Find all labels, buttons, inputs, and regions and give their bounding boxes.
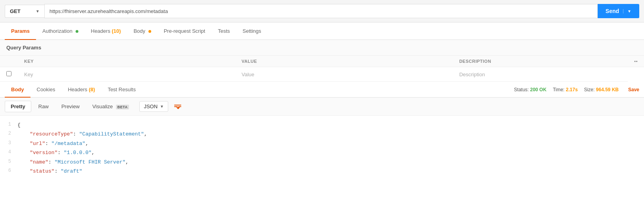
description-cell[interactable]: Description bbox=[453, 67, 628, 82]
line-num-2: 2 bbox=[3, 130, 17, 138]
tab-test-results[interactable]: Test Results bbox=[101, 82, 142, 97]
response-headers-count: (8) bbox=[89, 87, 95, 92]
status-label: Status: 200 OK bbox=[514, 87, 547, 92]
url-input[interactable] bbox=[44, 4, 598, 18]
json-line-3: 3 "url": "/metadata", bbox=[0, 139, 644, 148]
table-row: Key Value Description bbox=[0, 67, 644, 82]
tab-cookies[interactable]: Cookies bbox=[30, 82, 62, 97]
line-num-1: 1 bbox=[3, 120, 17, 129]
send-button[interactable]: Send ▼ bbox=[598, 4, 639, 18]
tab-response-body[interactable]: Body bbox=[5, 82, 30, 97]
size-label: Size: 964.59 KB bbox=[584, 87, 619, 92]
wrap-icon[interactable] bbox=[174, 102, 182, 111]
tab-prerequest[interactable]: Pre-request Script bbox=[158, 23, 212, 40]
json-line-2: 2 "resourceType": "CapabilityStatement", bbox=[0, 130, 644, 139]
format-bar: Pretty Raw Preview Visualize BETA JSON ▼ bbox=[0, 98, 644, 116]
json-content-area: 1 { 2 "resourceType": "CapabilityStateme… bbox=[0, 116, 644, 181]
tab-settings[interactable]: Settings bbox=[236, 23, 268, 40]
status-value: 200 OK bbox=[530, 87, 546, 92]
time-label: Time: 2.17s bbox=[553, 87, 578, 92]
tab-params[interactable]: Params bbox=[5, 23, 36, 40]
response-tabs-bar: Body Cookies Headers (8) Test Results St… bbox=[0, 82, 644, 98]
col-more: •• bbox=[628, 56, 644, 67]
value-cell[interactable]: Value bbox=[235, 67, 453, 82]
method-chevron-icon: ▼ bbox=[36, 9, 40, 13]
line-num-4: 4 bbox=[3, 148, 17, 157]
format-pretty-button[interactable]: Pretty bbox=[5, 101, 31, 112]
col-key: KEY bbox=[18, 56, 235, 67]
tab-body[interactable]: Body bbox=[127, 23, 157, 40]
body-dot bbox=[148, 30, 151, 33]
beta-badge: BETA bbox=[116, 105, 129, 109]
json-line-4: 4 "version": "1.0.0.0", bbox=[0, 148, 644, 157]
format-visualize-button[interactable]: Visualize BETA bbox=[87, 101, 135, 112]
params-table: KEY VALUE DESCRIPTION •• Key Value Descr… bbox=[0, 56, 644, 82]
line-num-6: 6 bbox=[3, 167, 17, 175]
query-params-header: Query Params bbox=[0, 40, 644, 56]
json-line-5: 5 "name": "Microsoft FHIR Server", bbox=[0, 158, 644, 167]
send-chevron-icon: ▼ bbox=[623, 9, 631, 13]
col-checkbox bbox=[0, 56, 18, 67]
send-label: Send bbox=[606, 8, 619, 14]
tab-response-headers[interactable]: Headers (8) bbox=[61, 82, 101, 97]
row-checkbox[interactable] bbox=[6, 71, 11, 76]
json-select-chevron-icon: ▼ bbox=[160, 104, 164, 109]
headers-count: (10) bbox=[112, 28, 121, 34]
authorization-dot bbox=[76, 30, 78, 33]
key-cell[interactable]: Key bbox=[18, 67, 235, 82]
json-line-1: 1 { bbox=[0, 120, 644, 130]
tab-headers[interactable]: Headers (10) bbox=[85, 23, 127, 40]
request-tabs: Params Authorization Headers (10) Body P… bbox=[0, 23, 644, 40]
save-button[interactable]: Save bbox=[628, 87, 639, 92]
row-checkbox-cell[interactable] bbox=[0, 67, 18, 82]
method-label: GET bbox=[10, 8, 21, 14]
json-format-select[interactable]: JSON ▼ bbox=[139, 101, 168, 112]
size-value: 964.59 KB bbox=[596, 87, 619, 92]
response-status: Status: 200 OK Time: 2.17s Size: 964.59 … bbox=[514, 87, 639, 92]
format-preview-button[interactable]: Preview bbox=[56, 101, 85, 112]
time-value: 2.17s bbox=[566, 87, 578, 92]
col-value: VALUE bbox=[235, 56, 453, 67]
col-description: DESCRIPTION bbox=[453, 56, 628, 67]
format-raw-button[interactable]: Raw bbox=[33, 101, 54, 112]
method-select[interactable]: GET ▼ bbox=[5, 5, 44, 18]
tab-tests[interactable]: Tests bbox=[211, 23, 236, 40]
tab-authorization[interactable]: Authorization bbox=[36, 23, 85, 40]
url-bar: GET ▼ Send ▼ bbox=[0, 0, 644, 23]
line-num-5: 5 bbox=[3, 158, 17, 166]
line-num-3: 3 bbox=[3, 139, 17, 148]
json-line-6: 6 "status": "draft" bbox=[0, 167, 644, 176]
